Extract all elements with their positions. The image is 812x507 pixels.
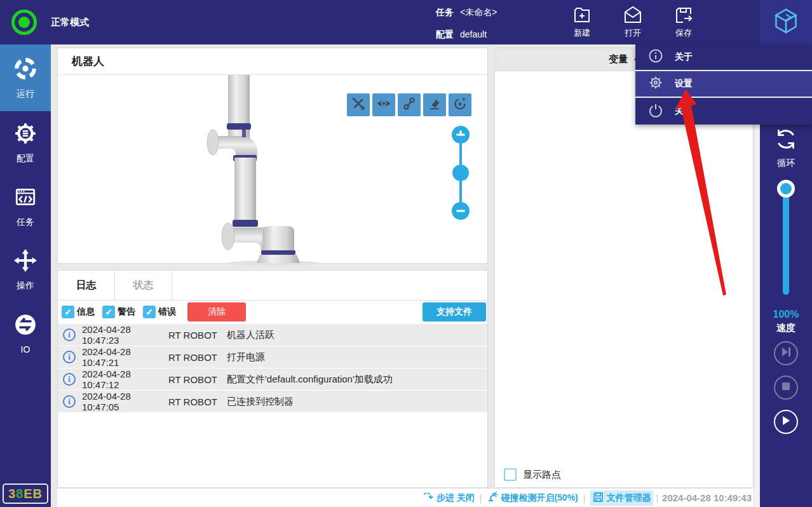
log-entry[interactable]: i 2024-04-28 10:47:05 RT ROBOT 已连接到控制器 xyxy=(58,391,487,412)
sidebar-item-run-label: 运行 xyxy=(17,88,34,100)
top-bar: 正常模式 任务<未命名> 配置default 新建 打开 保存 xyxy=(0,0,812,44)
collision-detection-toggle[interactable]: 碰撞检测开启(50%) xyxy=(487,491,578,504)
tools-button[interactable] xyxy=(347,93,370,116)
sidebar-item-config[interactable]: 配置 xyxy=(0,111,51,175)
filter-warning-label: 警告 xyxy=(118,306,135,318)
info-circle-icon: i xyxy=(63,351,76,363)
status-bar: 步进 关闭 | 碰撞检测开启(50%) | 文件管理器 | 2024-04-28… xyxy=(57,488,754,507)
file-manager-button[interactable]: 文件管理器 xyxy=(590,490,653,506)
status-badge: 3 8 E B xyxy=(3,483,48,504)
show-waypoints-label: 显示路点 xyxy=(523,469,561,481)
clear-log-button[interactable]: 清除 xyxy=(187,302,246,321)
config-value: default xyxy=(460,29,487,39)
eraser-icon xyxy=(427,96,442,114)
robot-arm-3d-view[interactable] xyxy=(204,75,356,266)
new-task-icon xyxy=(562,5,602,25)
tab-status[interactable]: 状态 xyxy=(115,271,172,300)
config-label: 配置 xyxy=(436,29,454,39)
badge-char: B xyxy=(33,487,43,501)
visibility-button[interactable] xyxy=(372,93,395,116)
file-manager-icon xyxy=(593,492,606,504)
filter-warning-checkbox[interactable]: ✓ xyxy=(102,306,115,318)
speed-slider-handle[interactable] xyxy=(777,180,795,198)
open-icon xyxy=(612,5,653,25)
task-code-icon xyxy=(13,185,37,212)
step-forward-button[interactable] xyxy=(774,341,798,365)
support-files-button[interactable]: 支持文件 xyxy=(423,302,486,321)
log-entry[interactable]: i 2024-04-28 10:47:12 RT ROBOT 配置文件'defa… xyxy=(58,368,487,390)
save-icon xyxy=(663,5,704,25)
log-entry-message: 打开电源 xyxy=(227,351,265,363)
waypoint-path-button[interactable] xyxy=(398,93,421,116)
log-entry[interactable]: i 2024-04-28 10:47:23 RT ROBOT 机器人活跃 xyxy=(58,324,487,346)
sidebar-item-io-label: IO xyxy=(21,344,30,355)
robot-panel-title: 机器人 xyxy=(58,48,487,75)
zoom-out-button[interactable] xyxy=(452,202,470,220)
menu-item-settings[interactable]: 设置 xyxy=(635,71,812,98)
menu-about-label: 关于 xyxy=(675,51,693,63)
loop-button[interactable]: 循环 xyxy=(760,126,812,169)
speed-value: 100% xyxy=(760,309,812,320)
log-entry-time: 2024-04-28 10:47:23 xyxy=(82,324,157,346)
log-entries-list: i 2024-04-28 10:47:23 RT ROBOT 机器人活跃 i 2… xyxy=(58,324,487,412)
info-circle-icon: i xyxy=(63,373,76,386)
statusbar-separator: | xyxy=(656,493,658,503)
save-label: 保存 xyxy=(663,27,704,39)
task-value: <未命名> xyxy=(460,7,497,17)
statusbar-timestamp: 2024-04-28 10:49:43 xyxy=(662,492,752,503)
zoom-slider-handle[interactable] xyxy=(452,165,469,181)
config-gear-icon xyxy=(13,121,37,148)
log-entry-time: 2024-04-28 10:47:21 xyxy=(82,346,157,368)
power-icon xyxy=(648,102,663,120)
open-button[interactable]: 打开 xyxy=(612,5,653,39)
info-circle-icon: i xyxy=(63,328,76,341)
menu-item-shutdown[interactable]: 关机 xyxy=(635,98,812,125)
speed-label: 速度 xyxy=(760,322,812,334)
play-button[interactable] xyxy=(774,410,798,434)
statusbar-separator: | xyxy=(480,493,482,503)
info-circle-icon: i xyxy=(63,395,76,408)
loop-label: 循环 xyxy=(760,158,812,169)
log-entry-message: 已连接到控制器 xyxy=(227,396,294,408)
open-label: 打开 xyxy=(612,27,653,39)
variables-title: 变量 xyxy=(609,53,628,65)
sidebar-item-run[interactable]: 运行 xyxy=(0,44,51,111)
step-mode-toggle[interactable]: 步进 关闭 xyxy=(423,491,475,504)
stop-button[interactable] xyxy=(774,375,798,400)
new-task-label: 新建 xyxy=(562,27,602,39)
log-entry-time: 2024-04-28 10:47:05 xyxy=(82,391,157,412)
reset-view-icon xyxy=(452,96,468,114)
badge-char: E xyxy=(24,487,32,501)
reset-view-button[interactable] xyxy=(449,93,471,116)
step-forward-icon xyxy=(780,346,792,360)
speed-slider-track[interactable] xyxy=(783,186,789,295)
filter-info-checkbox[interactable]: ✓ xyxy=(62,306,74,318)
log-entry-source: RT ROBOT xyxy=(168,330,224,341)
run-icon xyxy=(13,57,37,83)
robot-view-toolbar xyxy=(347,93,471,116)
sidebar-item-task[interactable]: 任务 xyxy=(0,175,51,238)
eraser-button[interactable] xyxy=(423,93,446,116)
gear-icon xyxy=(648,75,663,93)
log-entry[interactable]: i 2024-04-28 10:47:21 RT ROBOT 打开电源 xyxy=(58,346,487,368)
robot-view-panel: 机器人 xyxy=(57,48,488,264)
log-entry-source: RT ROBOT xyxy=(168,396,224,407)
new-task-button[interactable]: 新建 xyxy=(562,5,602,39)
step-mode-label: 步进 关闭 xyxy=(436,492,475,504)
app-logo-button[interactable] xyxy=(760,0,812,44)
sidebar-item-io[interactable]: IO xyxy=(0,302,51,365)
menu-item-about[interactable]: 关于 xyxy=(635,44,812,71)
mode-status-indicator xyxy=(11,10,37,35)
filter-error-checkbox[interactable]: ✓ xyxy=(143,306,156,318)
tab-log[interactable]: 日志 xyxy=(58,271,115,300)
move-arrows-icon xyxy=(13,248,37,275)
log-tabs: 日志 状态 xyxy=(58,271,487,301)
task-label: 任务 xyxy=(436,7,454,17)
log-entry-source: RT ROBOT xyxy=(168,352,224,363)
log-entry-time: 2024-04-28 10:47:12 xyxy=(82,368,157,390)
sidebar-item-operate[interactable]: 操作 xyxy=(0,238,51,302)
save-button[interactable]: 保存 xyxy=(663,5,704,39)
show-waypoints-checkbox[interactable] xyxy=(504,468,517,481)
io-arrows-icon xyxy=(13,313,37,339)
sidebar-item-operate-label: 操作 xyxy=(17,280,34,292)
